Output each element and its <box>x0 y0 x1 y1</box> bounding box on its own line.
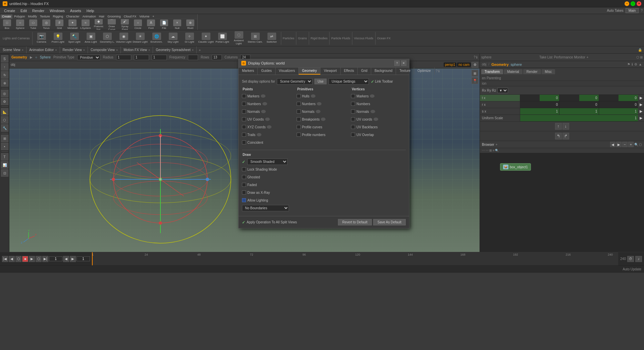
dtab-optimize[interactable]: Optimize <box>414 68 434 75</box>
footer-revert-btn[interactable]: Revert to Default <box>338 219 372 225</box>
light-gi[interactable]: ✧GI Light <box>182 31 198 46</box>
dialog-setdisplay-select[interactable]: Scene Geometry <box>277 78 312 85</box>
param-sz-input[interactable] <box>620 110 637 113</box>
shelf-tab-add[interactable]: + <box>151 14 155 18</box>
vert-uvcoords-check[interactable] <box>351 117 355 121</box>
geom-radius-x[interactable] <box>116 55 131 60</box>
browser-list-icon[interactable]: ≡ <box>493 149 494 152</box>
tab-transform[interactable]: Transform <box>481 69 503 74</box>
param-unifscale-input[interactable] <box>620 116 637 120</box>
geom-freq-input[interactable] <box>188 55 198 60</box>
close-animation-icon[interactable]: × <box>55 48 57 52</box>
param-rx-input[interactable] <box>541 103 558 106</box>
nav-left-icon[interactable]: ↰ <box>555 133 562 139</box>
menu-windows[interactable]: Windows <box>47 8 67 13</box>
draw-xray-check[interactable] <box>242 190 246 194</box>
dtab-info-icon[interactable]: ℹ <box>438 69 440 73</box>
tool-rotate[interactable]: ↻ <box>1 71 8 79</box>
dialog-close-btn[interactable]: ✕ <box>401 60 406 66</box>
light-volume[interactable]: ◉Volume Light <box>116 31 132 46</box>
help-icon[interactable]: ? <box>641 9 643 12</box>
shelf-tab-character[interactable]: Character <box>65 14 81 18</box>
shelf-tool-box[interactable]: □Box <box>1 19 13 30</box>
panel-tab-geospread[interactable]: Geometry Spreadsheet × <box>153 46 197 53</box>
param-sz-slider[interactable] <box>599 108 638 115</box>
light-ambient[interactable]: ◌Ambient Light <box>231 31 247 46</box>
prim-hulls-check[interactable] <box>297 94 301 98</box>
rp-take-list[interactable]: Take List <box>539 55 552 59</box>
panel-tab-motionfx[interactable]: Motion FX View × <box>121 46 153 53</box>
prim-profilenumbers-check[interactable] <box>297 133 301 137</box>
points-normals-check[interactable] <box>242 110 246 114</box>
param-unifscale-slider[interactable] <box>520 115 638 122</box>
tl-realtime-btn[interactable]: ⏱ <box>627 256 634 262</box>
light-portal[interactable]: ⬜Portal Light <box>214 31 231 46</box>
param-ty-slider[interactable] <box>559 95 598 101</box>
tl-frame-up[interactable]: ▶ <box>70 256 76 262</box>
light-spot[interactable]: 🔦Spot Light <box>66 31 83 46</box>
shelf-tool-tube[interactable]: ⬭Tube <box>27 19 40 30</box>
shelf-tool-metaball[interactable]: ✦Metaball <box>66 19 79 30</box>
geom-info-icon[interactable]: ℹ <box>476 55 478 59</box>
points-uvcoords-eye[interactable] <box>265 118 270 121</box>
draw-faded-check[interactable] <box>242 183 246 187</box>
param-sy-slider[interactable] <box>559 108 598 115</box>
browser-fullscreen-icon[interactable]: ⬡ <box>639 143 642 146</box>
dtab-visualizers[interactable]: Visualizers <box>276 68 299 75</box>
vert-markers-eye[interactable] <box>370 94 375 98</box>
tool-text[interactable]: T <box>1 153 8 161</box>
light-geo[interactable]: ⬡Geometry L. <box>99 31 115 46</box>
menu-render[interactable]: Render <box>30 8 47 13</box>
param-sx-input[interactable] <box>541 110 558 113</box>
light-distant[interactable]: ☀Distant Light <box>132 31 148 46</box>
browser-ctrl-1[interactable]: ◀ <box>610 142 615 147</box>
points-coincident-check[interactable] <box>242 140 246 144</box>
shelf-tool-spraypaint[interactable]: 🖌Spray Paint <box>118 19 131 30</box>
tl-current-frame[interactable] <box>49 256 62 261</box>
close-motionfx-icon[interactable]: × <box>148 48 150 52</box>
shelf-tool-lsystem[interactable]: ≈LSystem <box>79 19 92 30</box>
shelf-tab-texture[interactable]: Texture <box>39 14 51 18</box>
shelf-tool-platonic[interactable]: ◆Platonic Sol. <box>92 19 105 30</box>
browser-zoom2-icon[interactable]: 🔍 <box>495 149 499 152</box>
light-caustic[interactable]: ✦Caustic Light <box>198 31 214 46</box>
tl-audio-btn[interactable]: ♪ <box>635 256 642 262</box>
shelf-tab-grooming[interactable]: Grooming <box>106 14 122 18</box>
tl-play[interactable]: ▶ <box>29 256 35 262</box>
light-camera[interactable]: 📷Camera <box>34 31 50 46</box>
tool-point[interactable]: • <box>1 143 8 150</box>
tl-stop[interactable]: ■ <box>22 256 28 262</box>
tab-material[interactable]: Material <box>504 69 523 74</box>
param-ry-slider2[interactable] <box>559 101 598 108</box>
timeline-track[interactable]: 1 24 48 72 96 120 144 168 192 216 240 <box>92 252 618 265</box>
vert-normals-check[interactable] <box>351 110 355 114</box>
param-sx-slider1[interactable] <box>520 108 559 115</box>
shelf-tab-polygon[interactable]: Polygon <box>13 14 27 18</box>
light-area[interactable]: ▣Area Light <box>83 31 99 46</box>
rp-layout-icon[interactable]: ⊞ <box>640 55 643 59</box>
close-geospread-icon[interactable]: × <box>192 48 194 52</box>
param-ty-input[interactable] <box>581 96 597 100</box>
shelf-tab-volume[interactable]: Volume <box>138 14 151 18</box>
draw-ghosted-check[interactable] <box>242 175 246 179</box>
prim-breakpoints-eye[interactable] <box>321 118 326 121</box>
network-node-box[interactable]: 📦 box_object1 <box>500 163 531 171</box>
shelf-tab-rigging[interactable]: Rigging <box>52 14 65 18</box>
maximize-button[interactable]: □ <box>631 1 635 6</box>
tool-settings[interactable]: ⚙ <box>1 98 8 105</box>
dtab-help-icon[interactable]: ? <box>436 69 438 73</box>
tool-geo[interactable]: ⬡ <box>1 116 8 124</box>
nav-up-icon[interactable]: ↑ <box>555 123 562 130</box>
tool-scale[interactable]: ⊕ <box>1 79 8 87</box>
geom-prim-type-select[interactable]: Primitive <box>77 55 100 60</box>
prim-profilecurves-check[interactable] <box>297 125 301 129</box>
channel-select[interactable]: ▼ <box>497 88 508 93</box>
vert-uvoverlap-check[interactable] <box>351 133 355 137</box>
tool-snap[interactable]: ◎ <box>1 90 8 97</box>
param-tz-slider[interactable] <box>599 95 638 101</box>
shelf-tool-drawcurve[interactable]: ⌒Draw Curve <box>105 19 118 30</box>
shelf-tab-cloud[interactable]: Cloud FX <box>122 14 138 18</box>
tool-wrench[interactable]: 🔧 <box>1 124 8 132</box>
shelf-tool-torus[interactable]: ◎Torus <box>40 19 53 30</box>
rp-expand-icon[interactable]: ▲ <box>639 62 642 66</box>
